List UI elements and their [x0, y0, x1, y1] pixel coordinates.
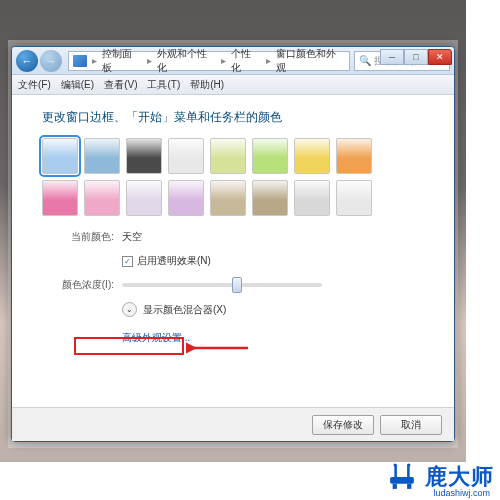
color-swatch[interactable] — [252, 180, 288, 216]
transparency-checkbox[interactable]: ✓ — [122, 256, 133, 267]
breadcrumb-mid[interactable]: 外观和个性化 — [157, 47, 216, 75]
breadcrumb-sub[interactable]: 个性化 — [231, 47, 261, 75]
watermark-icon — [385, 460, 419, 494]
color-swatch[interactable] — [84, 138, 120, 174]
window: ─ □ ✕ ← → ▸ 控制面板 ▸ 外观和个性化 ▸ 个性化 ▸ 窗口颜色和外… — [11, 46, 455, 442]
color-swatch[interactable] — [336, 138, 372, 174]
intensity-label: 颜色浓度(I): — [42, 278, 114, 292]
close-button[interactable]: ✕ — [428, 49, 452, 65]
breadcrumb-leaf[interactable]: 窗口颜色和外观 — [276, 47, 345, 75]
current-color-label: 当前颜色: — [42, 230, 114, 244]
color-swatches — [42, 138, 424, 216]
menu-tools[interactable]: 工具(T) — [147, 78, 180, 92]
mixer-label[interactable]: 显示颜色混合器(X) — [143, 303, 226, 317]
menubar: 文件(F) 编辑(E) 查看(V) 工具(T) 帮助(H) — [12, 75, 454, 95]
intensity-slider[interactable] — [122, 283, 322, 287]
menu-edit[interactable]: 编辑(E) — [61, 78, 94, 92]
menu-file[interactable]: 文件(F) — [18, 78, 51, 92]
color-swatch[interactable] — [126, 138, 162, 174]
svg-point-5 — [407, 463, 410, 466]
nav-back-button[interactable]: ← — [16, 50, 38, 72]
color-swatch[interactable] — [168, 138, 204, 174]
chevron-down-icon[interactable]: ⌄ — [122, 302, 137, 317]
maximize-button[interactable]: □ — [404, 49, 428, 65]
color-swatch[interactable] — [126, 180, 162, 216]
color-swatch[interactable] — [168, 180, 204, 216]
color-swatch[interactable] — [294, 138, 330, 174]
content-area: 更改窗口边框、「开始」菜单和任务栏的颜色 当前颜色: 天空 ✓ 启用透明效果(N… — [12, 95, 454, 407]
breadcrumb-root[interactable]: 控制面板 — [102, 47, 142, 75]
nav-forward-button[interactable]: → — [40, 50, 62, 72]
color-swatch[interactable] — [42, 180, 78, 216]
page-heading: 更改窗口边框、「开始」菜单和任务栏的颜色 — [42, 109, 424, 126]
cancel-button[interactable]: 取消 — [380, 415, 442, 435]
advanced-appearance-link[interactable]: 高级外观设置... — [122, 331, 190, 345]
footer: 保存修改 取消 — [12, 407, 454, 441]
search-icon: 🔍 — [359, 55, 371, 66]
svg-rect-2 — [393, 484, 397, 489]
menu-view[interactable]: 查看(V) — [104, 78, 137, 92]
color-swatch[interactable] — [210, 138, 246, 174]
svg-point-4 — [394, 463, 397, 466]
breadcrumb[interactable]: ▸ 控制面板 ▸ 外观和个性化 ▸ 个性化 ▸ 窗口颜色和外观 — [68, 51, 350, 71]
save-button[interactable]: 保存修改 — [312, 415, 374, 435]
transparency-label: 启用透明效果(N) — [137, 254, 211, 268]
menu-help[interactable]: 帮助(H) — [190, 78, 224, 92]
color-swatch[interactable] — [294, 180, 330, 216]
color-swatch[interactable] — [42, 138, 78, 174]
watermark-url: ludashiwj.com — [433, 488, 490, 498]
color-swatch[interactable] — [252, 138, 288, 174]
color-swatch[interactable] — [210, 180, 246, 216]
color-swatch[interactable] — [336, 180, 372, 216]
current-color-value: 天空 — [122, 230, 142, 244]
svg-rect-1 — [390, 477, 414, 484]
color-swatch[interactable] — [84, 180, 120, 216]
control-panel-icon — [73, 55, 87, 67]
slider-thumb[interactable] — [232, 277, 242, 293]
svg-rect-3 — [407, 484, 411, 489]
minimize-button[interactable]: ─ — [380, 49, 404, 65]
